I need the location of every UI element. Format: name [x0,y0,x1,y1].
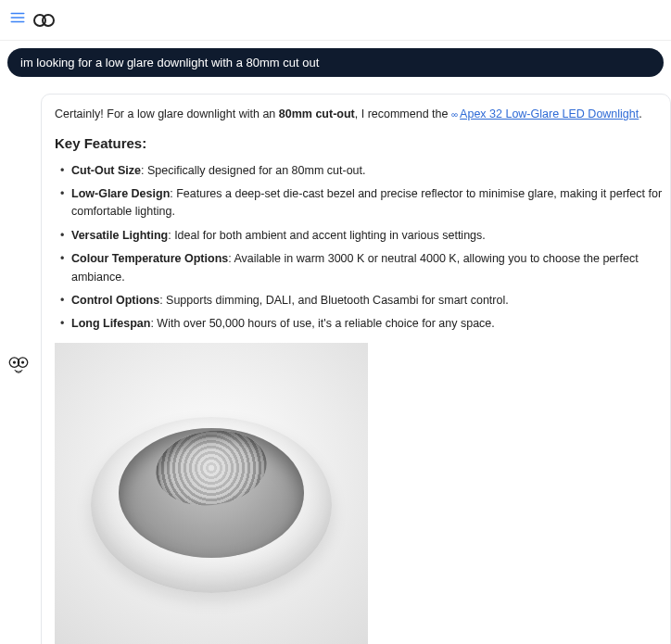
assistant-avatar [6,354,32,380]
svg-point-6 [21,360,24,363]
feature-text: : With over 50,000 hours of use, it's a … [150,317,494,330]
menu-icon[interactable] [9,9,26,31]
feature-label: Cut-Out Size [71,164,141,177]
feature-text: : Specifically designed for an 80mm cut-… [141,164,365,177]
feature-label: Long Lifespan [71,317,150,330]
feature-label: Low-Glare Design [71,187,170,200]
intro-suffix: , I recommend the [355,107,451,120]
product-image[interactable] [55,343,368,644]
list-item: Long Lifespan: With over 50,000 hours of… [55,315,670,333]
intro-line: Certainly! For a low glare downlight wit… [55,106,670,123]
top-bar [0,0,671,41]
product-link[interactable]: Apex 32 Low-Glare LED Downlight [460,107,639,120]
assistant-response: Certainly! For a low glare downlight wit… [41,94,671,644]
logo-icon [33,14,55,27]
feature-label: Colour Temperature Options [71,252,228,265]
list-item: Versatile Lighting: Ideal for both ambie… [55,227,670,245]
feature-label: Versatile Lighting [71,229,168,242]
list-item: Low-Glare Design: Features a deep-set di… [55,185,670,221]
svg-point-5 [13,360,16,363]
list-item: Cut-Out Size: Specifically designed for … [55,162,670,180]
feature-text: : Supports dimming, DALI, and Bluetooth … [159,294,509,307]
features-heading: Key Features: [55,133,670,154]
link-icon: ∞ [451,109,458,120]
user-message-text: im looking for a low glare downlight wit… [20,56,319,69]
feature-list: Cut-Out Size: Specifically designed for … [55,162,670,334]
list-item: Colour Temperature Options: Available in… [55,250,670,286]
intro-prefix: Certainly! For a low glare downlight wit… [55,107,279,120]
intro-bold: 80mm cut-out [279,107,355,120]
brand-logo[interactable] [33,14,55,27]
user-message-bubble: im looking for a low glare downlight wit… [7,48,664,77]
feature-text: : Ideal for both ambient and accent ligh… [168,229,486,242]
list-item: Control Options: Supports dimming, DALI,… [55,292,670,309]
feature-label: Control Options [71,294,159,307]
